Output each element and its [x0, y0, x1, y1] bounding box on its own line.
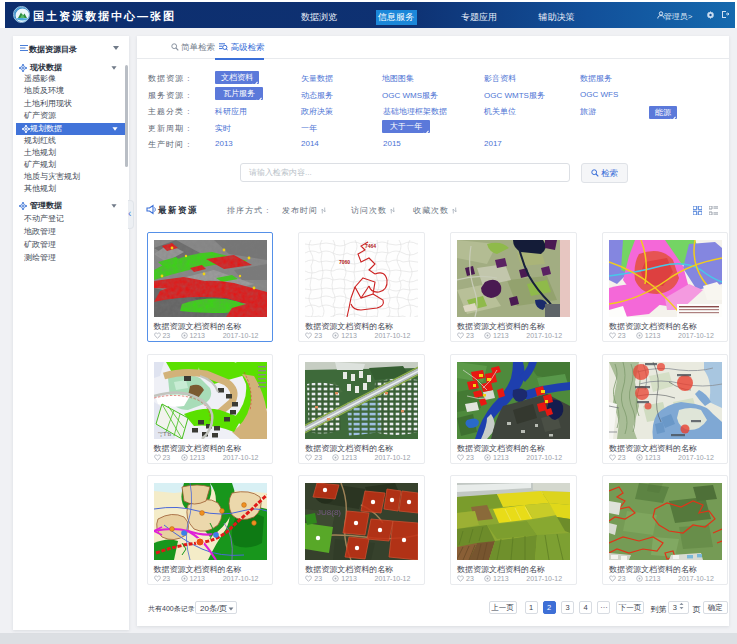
svg-text:7464: 7464 [365, 243, 376, 249]
svg-text:''¦'T'b: ''¦'T'b [158, 431, 172, 437]
svg-text:JU8(8): JU8(8) [317, 508, 341, 517]
svg-text:7060: 7060 [339, 259, 350, 265]
